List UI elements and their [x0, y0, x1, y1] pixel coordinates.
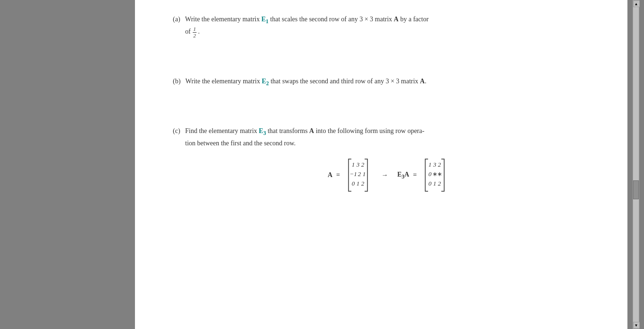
- fraction-half: 1 2: [192, 28, 198, 35]
- svg-text:1: 1: [429, 161, 432, 168]
- document-area: (a) Write the elementary matrix E1 that …: [135, 0, 627, 329]
- part-a-matrix-A: A: [394, 16, 399, 23]
- part-c-matrix-label: E3: [259, 127, 266, 134]
- svg-text:∗: ∗: [437, 170, 442, 178]
- svg-text:3: 3: [433, 161, 437, 168]
- svg-text:2: 2: [438, 180, 441, 187]
- part-a-second-line: of 1 2 .: [173, 26, 604, 38]
- part-c-second-line: tion between the first and the second ro…: [173, 138, 604, 149]
- svg-text:0: 0: [429, 170, 432, 178]
- svg-text:0: 0: [429, 180, 432, 187]
- part-a-label: (a): [173, 16, 180, 23]
- part-a-matrix-label: E1: [261, 16, 268, 23]
- eq-E3A-label: E3A: [397, 171, 409, 180]
- svg-text:1: 1: [352, 161, 355, 168]
- part-b-label: (b): [173, 78, 180, 85]
- arrow: →: [380, 171, 390, 179]
- svg-text:2: 2: [438, 161, 441, 168]
- part-c-text: (c) Find the elementary matrix E3 that t…: [173, 126, 604, 149]
- part-a-content: (a) Write the elementary matrix E1 that …: [173, 16, 429, 23]
- scrollbar-arrow-up[interactable]: ▲: [633, 0, 640, 7]
- page-container: (a) Write the elementary matrix E1 that …: [0, 0, 644, 329]
- svg-text:−1: −1: [349, 170, 357, 178]
- scrollbar-track[interactable]: ▲ ▼: [633, 0, 639, 329]
- part-c: (c) Find the elementary matrix E3 that t…: [173, 126, 604, 192]
- svg-text:2: 2: [361, 180, 365, 187]
- svg-text:0: 0: [352, 180, 355, 187]
- part-a-text: (a) Write the elementary matrix E1 that …: [173, 14, 604, 38]
- svg-text:1: 1: [363, 170, 366, 178]
- eq-equals2: =: [413, 171, 417, 179]
- part-b: (b) Write the elementary matrix E2 that …: [173, 76, 604, 88]
- eq-equals: =: [336, 171, 340, 179]
- scrollbar-arrow-down[interactable]: ▼: [633, 322, 640, 329]
- svg-text:2: 2: [358, 170, 361, 178]
- eq-A-label: A: [328, 171, 332, 179]
- right-sidebar: ▲ ▼: [627, 0, 644, 329]
- svg-text:1: 1: [357, 180, 360, 187]
- part-c-matrix-A: A: [309, 127, 314, 134]
- matrix-equation: A = 1 3 2 −1 2 1 0: [173, 158, 604, 192]
- left-sidebar: [0, 0, 135, 329]
- left-matrix-svg: 1 3 2 −1 2 1 0 1 2: [344, 158, 372, 192]
- part-c-label: (c): [173, 127, 180, 134]
- part-b-text: (b) Write the elementary matrix E2 that …: [173, 76, 604, 88]
- part-b-matrix-A: A: [420, 78, 425, 85]
- svg-text:1: 1: [433, 180, 437, 187]
- svg-text:2: 2: [361, 161, 365, 168]
- right-matrix-svg: 1 3 2 0 ∗ ∗ 0 1 2: [420, 158, 449, 192]
- scrollbar-thumb[interactable]: [633, 180, 639, 199]
- svg-text:3: 3: [356, 161, 360, 168]
- part-a: (a) Write the elementary matrix E1 that …: [173, 14, 604, 38]
- part-b-matrix-label: E2: [262, 78, 269, 85]
